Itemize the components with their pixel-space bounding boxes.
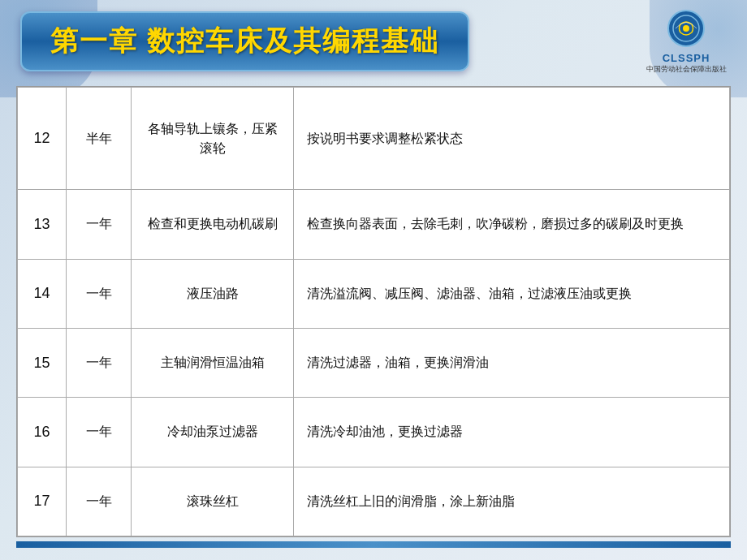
logo-subtitle: 中国劳动社会保障出版社 <box>646 65 727 75</box>
cell-period: 半年 <box>67 88 132 190</box>
cell-period: 一年 <box>67 398 132 467</box>
cell-period: 一年 <box>67 467 132 536</box>
main-container: 第一章 数控车床及其编程基础 CLSSPH 中国劳动社会保障出版社 12半年各轴… <box>0 0 747 560</box>
cell-item: 冷却油泵过滤器 <box>132 398 294 467</box>
cell-period: 一年 <box>67 259 132 328</box>
cell-action: 检查换向器表面，去除毛刺，吹净碳粉，磨损过多的碳刷及时更换 <box>294 190 730 259</box>
bottom-bar <box>16 541 731 548</box>
cell-num: 14 <box>18 259 67 328</box>
page-title: 第一章 数控车床及其编程基础 <box>50 23 439 60</box>
cell-action: 清洗冷却油池，更换过滤器 <box>294 398 730 467</box>
cell-num: 16 <box>18 398 67 467</box>
table-row: 14一年液压油路清洗溢流阀、减压阀、滤油器、油箱，过滤液压油或更换 <box>18 259 730 328</box>
logo-text: CLSSPH <box>663 52 710 65</box>
cell-item: 各轴导轨上镶条，压紧滚轮 <box>132 88 294 190</box>
cell-num: 13 <box>18 190 67 259</box>
table-container: 12半年各轴导轨上镶条，压紧滚轮按说明书要求调整松紧状态13一年检查和更换电动机… <box>16 86 731 537</box>
cell-num: 12 <box>18 88 67 190</box>
cell-item: 液压油路 <box>132 259 294 328</box>
svg-point-2 <box>683 25 689 32</box>
cell-period: 一年 <box>67 328 132 397</box>
cell-action: 清洗溢流阀、减压阀、滤油器、油箱，过滤液压油或更换 <box>294 259 730 328</box>
cell-num: 17 <box>18 467 67 536</box>
cell-item: 主轴润滑恒温油箱 <box>132 328 294 397</box>
cell-item: 滚珠丝杠 <box>132 467 294 536</box>
header: 第一章 数控车床及其编程基础 CLSSPH 中国劳动社会保障出版社 <box>16 8 731 74</box>
maintenance-table: 12半年各轴导轨上镶条，压紧滚轮按说明书要求调整松紧状态13一年检查和更换电动机… <box>17 87 730 536</box>
title-box: 第一章 数控车床及其编程基础 <box>20 11 469 71</box>
cell-num: 15 <box>18 328 67 397</box>
cell-period: 一年 <box>67 190 132 259</box>
table-row: 17一年滚珠丝杠清洗丝杠上旧的润滑脂，涂上新油脂 <box>18 467 730 536</box>
table-row: 15一年主轴润滑恒温油箱清洗过滤器，油箱，更换润滑油 <box>18 328 730 397</box>
cell-item: 检查和更换电动机碳刷 <box>132 190 294 259</box>
cell-action: 清洗丝杠上旧的润滑脂，涂上新油脂 <box>294 467 730 536</box>
table-row: 16一年冷却油泵过滤器清洗冷却油池，更换过滤器 <box>18 398 730 467</box>
logo-area: CLSSPH 中国劳动社会保障出版社 <box>646 8 727 74</box>
cell-action: 按说明书要求调整松紧状态 <box>294 88 730 190</box>
cell-action: 清洗过滤器，油箱，更换润滑油 <box>294 328 730 397</box>
table-row: 12半年各轴导轨上镶条，压紧滚轮按说明书要求调整松紧状态 <box>18 88 730 190</box>
logo-icon <box>666 8 706 49</box>
table-row: 13一年检查和更换电动机碳刷检查换向器表面，去除毛刺，吹净碳粉，磨损过多的碳刷及… <box>18 190 730 259</box>
